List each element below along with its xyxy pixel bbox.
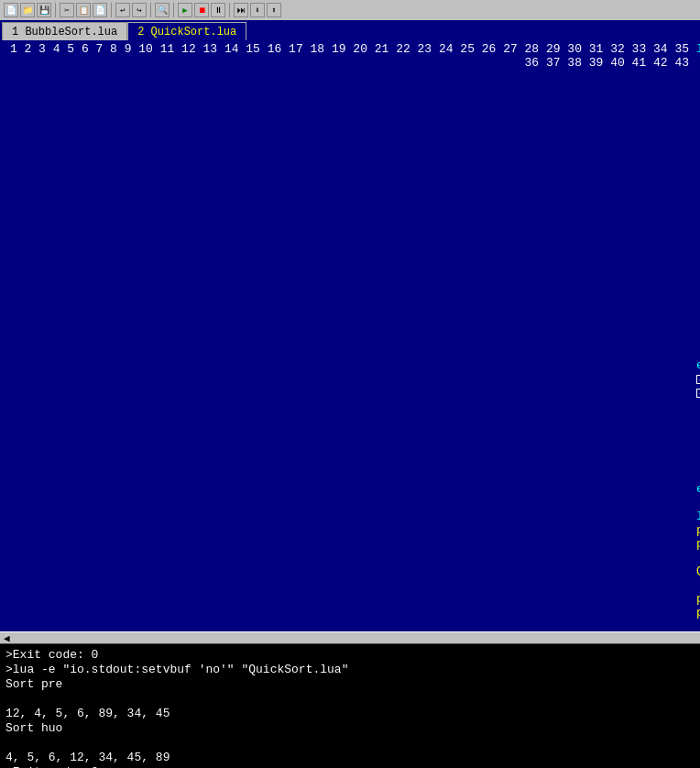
console-divider-label: ◀ — [4, 632, 10, 644]
copy-icon[interactable]: 📋 — [76, 3, 91, 17]
stop-icon[interactable]: ⏹ — [194, 3, 209, 17]
console-line-3: Sort pre — [5, 677, 695, 692]
console-line-5: 12, 4, 5, 6, 89, 34, 45 — [5, 707, 695, 721]
debug-icon[interactable]: ⏸ — [211, 3, 225, 17]
code-editor[interactable]: 1 2 3 4 5 6 7 8 9 10 11 12 13 14 15 16 1… — [0, 40, 700, 631]
step-out-icon[interactable]: ⬆ — [267, 3, 281, 17]
console-line-4 — [5, 692, 695, 707]
console-line-8: 4, 5, 6, 12, 34, 45, 89 — [5, 751, 695, 765]
toolbar: 📄 📁 💾 ✂ 📋 📄 ↩ ↪ 🔍 ▶ ⏹ ⏸ ⏭ ⬇ ⬆ — [0, 0, 700, 20]
cut-icon[interactable]: ✂ — [60, 3, 74, 17]
console-output[interactable]: >Exit code: 0 >lua -e "io.stdout:setvbuf… — [0, 644, 700, 768]
console-line-7 — [5, 736, 695, 751]
redo-icon[interactable]: ↪ — [132, 3, 147, 17]
save-icon[interactable]: 💾 — [37, 3, 51, 17]
sep5 — [229, 3, 230, 17]
new-file-icon[interactable]: 📄 — [4, 3, 18, 17]
step-into-icon[interactable]: ⬇ — [250, 3, 265, 17]
console-line-1: >Exit code: 0 — [5, 648, 695, 663]
run-icon[interactable]: ▶ — [178, 3, 192, 17]
sep3 — [150, 3, 151, 17]
open-icon[interactable]: 📁 — [20, 3, 35, 17]
sep1 — [55, 3, 56, 17]
console-line-2: >lua -e "io.stdout:setvbuf 'no'" "QuickS… — [5, 663, 695, 677]
tab-quicksort[interactable]: 2 QuickSort.lua — [127, 22, 246, 40]
search-icon[interactable]: 🔍 — [155, 3, 170, 17]
paste-icon[interactable]: 📄 — [93, 3, 107, 17]
step-icon[interactable]: ⏭ — [234, 3, 248, 17]
sep4 — [173, 3, 174, 17]
console-line-6: Sort huo — [5, 721, 695, 736]
console-divider[interactable]: ◀ — [0, 631, 700, 644]
line-numbers: 1 2 3 4 5 6 7 8 9 10 11 12 13 14 15 16 1… — [0, 40, 693, 631]
sep2 — [111, 3, 112, 17]
tab-bar: 1 BubbleSort.lua 2 QuickSort.lua — [0, 20, 700, 40]
code-content[interactable]: local function partition(list, low, high… — [693, 40, 700, 631]
undo-icon[interactable]: ↩ — [115, 3, 130, 17]
tab-bubblesort[interactable]: 1 BubbleSort.lua — [2, 22, 127, 40]
